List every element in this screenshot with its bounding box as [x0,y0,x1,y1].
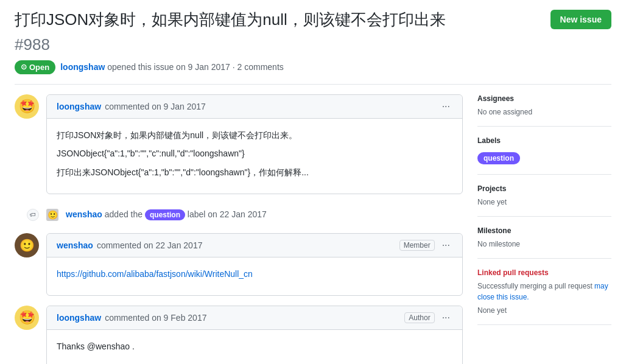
timeline: 🤩 loongshaw commented on 9 Jan 2017 ··· … [15,94,463,364]
linked-pr-close-link[interactable]: may close this issue. [477,282,608,301]
comment-block-2: 🙂 wenshao commented on 22 Jan 2017 Membe… [15,233,463,296]
member-badge: Member [399,240,435,251]
main-content: 🤩 loongshaw commented on 9 Jan 2017 ··· … [15,94,611,364]
sidebar: Assignees No one assigned Labels questio… [477,94,611,364]
avatar-1: 🤩 [15,94,39,119]
comment-header-3: loongshaw commented on 9 Feb 2017 Author… [47,306,462,330]
comment-header-2: wenshao commented on 22 Jan 2017 Member … [47,234,462,257]
comment-block-1: 🤩 loongshaw commented on 9 Jan 2017 ··· … [15,94,463,194]
projects-title: Projects [477,184,611,193]
comment-block-3: 🤩 loongshaw commented on 9 Feb 2017 Auth… [15,306,463,364]
meta-author-link[interactable]: loongshaw [60,62,105,72]
new-issue-button[interactable]: New issue [550,10,611,29]
labels-title: Labels [477,136,611,145]
comment-badges-1: ··· [440,100,452,113]
author-badge: Author [404,312,434,323]
event-text: wenshao added the question label on 22 J… [66,209,267,220]
sidebar-assignees: Assignees No one assigned [477,94,611,127]
comment-content-3: Thanks @wenshao . [47,330,462,364]
issue-meta-text: loongshaw opened this issue on 9 Jan 201… [60,62,284,72]
open-badge-label: Open [29,63,49,72]
wiki-link[interactable]: https://github.com/alibaba/fastjson/wiki… [57,269,253,279]
linked-pr-value: None yet [477,306,611,315]
sidebar-linked-pr: Linked pull requests Successfully mergin… [477,259,611,325]
comment-author-3: loongshaw [57,313,101,323]
event-tag-icon: 🏷 [27,209,39,221]
page-header: 打印JSON对象时，如果内部键值为null，则该键不会打印出来 New issu… [15,10,611,30]
linked-pr-desc: Successfully merging a pull request may … [477,281,611,303]
linked-pr-title: Linked pull requests [477,268,611,277]
sidebar-milestone: Milestone No milestone [477,217,611,259]
assignees-title: Assignees [477,94,611,103]
comment-body-2: wenshao commented on 22 Jan 2017 Member … [46,233,463,296]
comment-author-1: loongshaw [57,102,101,111]
label-question[interactable]: question [477,152,520,164]
milestone-value: No milestone [477,240,611,248]
comment-body-1: loongshaw commented on 9 Jan 2017 ··· 打印… [46,94,463,194]
event-actor-avatar: 🙂 [46,209,58,221]
milestone-title: Milestone [477,226,611,235]
comment-time-3: commented on 9 Feb 2017 [105,313,206,323]
comment-author-2: wenshao [57,240,93,250]
comment-time-2: commented on 22 Jan 2017 [97,240,203,250]
open-badge: ⊙ Open [15,60,55,74]
sidebar-labels: Labels question [477,127,611,175]
event-label-tag: question [145,209,185,220]
comment-time-1: commented on 9 Jan 2017 [105,102,206,111]
event-actor-link[interactable]: wenshao [66,209,102,219]
comment-more-btn-2[interactable]: ··· [440,239,452,252]
issue-meta: ⊙ Open loongshaw opened this issue on 9 … [15,60,611,85]
comment-more-btn-1[interactable]: ··· [440,100,452,113]
avatar-3: 🤩 [15,306,39,330]
comment-content-1: 打印JSON对象时，如果内部键值为null，则该键不会打印出来。 JSONObj… [47,119,462,194]
comment-badges-3: Author ··· [404,311,452,324]
comment-more-btn-3[interactable]: ··· [440,311,452,324]
issue-title: 打印JSON对象时，如果内部键值为null，则该键不会打印出来 [15,10,541,30]
comment-header-1: loongshaw commented on 9 Jan 2017 ··· [47,95,462,119]
assignees-value: No one assigned [477,108,611,116]
comment-content-2: https://github.com/alibaba/fastjson/wiki… [47,257,462,295]
avatar-2: 🙂 [15,233,39,257]
timeline-event-label: 🏷 🙂 wenshao added the question label on … [27,204,463,226]
sidebar-projects: Projects None yet [477,175,611,217]
projects-value: None yet [477,198,611,206]
issue-number: #988 [15,35,611,54]
comment-body-3: loongshaw commented on 9 Feb 2017 Author… [46,306,463,364]
labels-value: question [477,150,611,164]
open-icon: ⊙ [21,63,27,71]
comment-badges-2: Member ··· [399,239,452,252]
